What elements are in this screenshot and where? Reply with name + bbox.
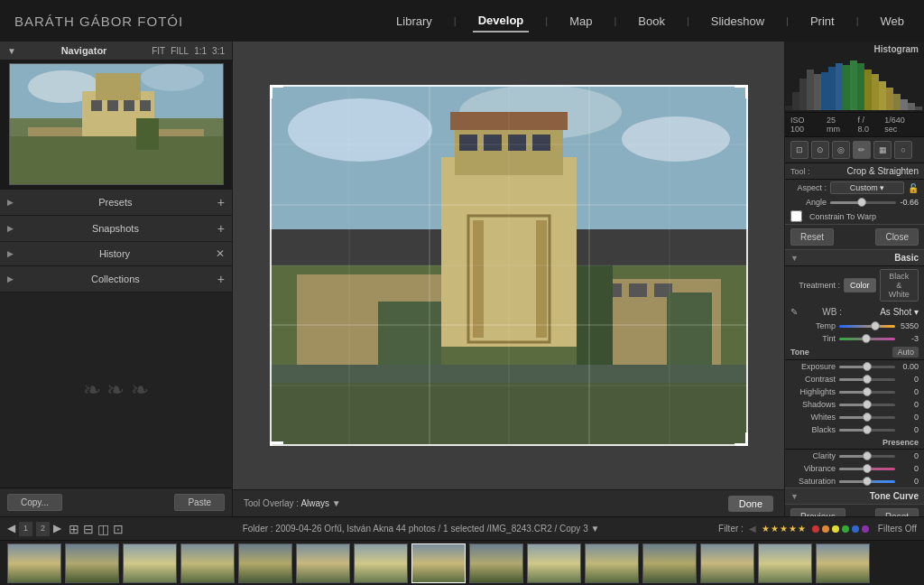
loupe-view-icon[interactable]: ⊟ [83, 522, 94, 536]
nav-develop[interactable]: Develop [473, 10, 530, 32]
reset-tone-curve-button[interactable]: Reset [875, 508, 919, 516]
overlay-value[interactable]: Always [300, 498, 331, 508]
history-header[interactable]: ▶ History ✕ [0, 242, 232, 265]
nav-back-icon[interactable]: ◀ [7, 522, 15, 536]
nav-slideshow[interactable]: Slideshow [706, 11, 770, 32]
filmstrip-thumb-3[interactable] [123, 543, 177, 583]
navigator-thumbnail[interactable] [9, 63, 224, 185]
close-crop-button[interactable]: Close [875, 228, 919, 246]
shadows-label: Shadows [790, 400, 836, 409]
count-text: 44 photos / 1 selected [396, 524, 485, 534]
auto-tone-button[interactable]: Auto [892, 347, 919, 358]
tint-slider[interactable] [839, 338, 895, 340]
filmstrip-thumb-6[interactable] [296, 543, 350, 583]
shadows-slider[interactable] [839, 404, 895, 406]
constrain-warp-checkbox[interactable] [790, 210, 802, 222]
filename-text[interactable]: /IMG_8243.CR2 / Copy 3 ▼ [486, 524, 599, 534]
compare-icon[interactable]: ◫ [97, 522, 109, 536]
grid-view-icon[interactable]: ⊞ [69, 522, 79, 536]
spot-heal-icon[interactable]: ⊙ [811, 141, 829, 159]
redeye-icon[interactable]: ◎ [832, 141, 850, 159]
filmstrip-thumb-7[interactable] [354, 543, 408, 583]
yellow-flag-dot[interactable] [832, 525, 839, 533]
tone-curve-section-header[interactable]: ▼ Tone Curve [785, 488, 924, 504]
history-clear-icon[interactable]: ✕ [216, 247, 225, 260]
paste-button[interactable]: Paste [174, 494, 225, 511]
presets-add-icon[interactable]: + [217, 195, 225, 209]
blue-flag-dot[interactable] [852, 525, 859, 533]
nav-forward-icon[interactable]: ▶ [53, 522, 61, 536]
nav-zoom2[interactable]: 3:1 [212, 46, 225, 56]
crop-tool-icon[interactable]: ⊡ [790, 141, 808, 159]
temp-slider[interactable] [839, 325, 895, 328]
crop-toolbar: Tool Overlay : Always ▼ Done [233, 489, 784, 516]
collections-add-icon[interactable]: + [217, 272, 225, 286]
blacks-slider[interactable] [839, 429, 895, 432]
done-button[interactable]: Done [728, 496, 773, 512]
purple-flag-dot[interactable] [862, 525, 869, 533]
green-flag-dot[interactable] [842, 525, 849, 533]
filmstrip-thumb-12[interactable] [642, 543, 697, 583]
angle-slider[interactable] [830, 201, 896, 204]
orange-flag-dot[interactable] [822, 525, 829, 533]
filmstrip-thumb-11[interactable] [585, 543, 639, 583]
nav-zoom1[interactable]: 1:1 [194, 46, 207, 56]
filmstrip-thumb-13[interactable] [700, 543, 754, 583]
nav-fill[interactable]: FILL [171, 46, 189, 56]
filmstrip-thumb-1[interactable] [7, 543, 61, 583]
filmstrip-thumb-15[interactable] [816, 543, 870, 583]
brush-icon[interactable]: ✏ [853, 141, 871, 159]
filmstrip-thumb-14[interactable] [758, 543, 812, 583]
photo-container [270, 85, 748, 446]
collections-header[interactable]: ▶ Collections + [0, 266, 232, 292]
gradient-icon[interactable]: ▦ [873, 141, 892, 159]
survey-icon[interactable]: ⊡ [113, 522, 124, 536]
radial-icon[interactable]: ○ [894, 141, 912, 159]
filmstrip-thumb-2[interactable] [65, 543, 119, 583]
page-num-2[interactable]: 2 [36, 522, 50, 536]
bw-treatment-button[interactable]: Black & White [880, 269, 919, 302]
svg-rect-70 [872, 74, 879, 110]
presets-header[interactable]: ▶ Presets + [0, 190, 232, 215]
wb-value[interactable]: As Shot ▾ [880, 307, 919, 317]
page-num-1[interactable]: 1 [19, 522, 32, 536]
filmstrip-thumb-4[interactable] [180, 543, 235, 583]
photo-area[interactable] [233, 42, 784, 489]
filmstrip-thumb-9[interactable] [469, 543, 523, 583]
snapshots-add-icon[interactable]: + [217, 221, 225, 236]
red-flag-dot[interactable] [812, 525, 819, 533]
star-filter[interactable]: ★★★★★ [762, 524, 807, 534]
exposure-slider[interactable] [839, 366, 895, 368]
whites-slider[interactable] [839, 416, 895, 419]
clarity-slider[interactable] [839, 455, 895, 458]
temp-label: Temp [790, 321, 836, 330]
snapshots-header[interactable]: ▶ Snapshots + [0, 216, 232, 241]
filmstrip-thumb-10[interactable] [527, 543, 581, 583]
nav-fit[interactable]: FIT [152, 46, 165, 56]
history-section: ▶ History ✕ [0, 242, 232, 266]
svg-rect-13 [136, 118, 159, 150]
nav-library[interactable]: Library [391, 11, 438, 32]
highlights-slider[interactable] [839, 391, 895, 394]
color-treatment-button[interactable]: Color [844, 278, 876, 292]
lock-icon[interactable]: 🔓 [908, 183, 919, 193]
saturation-slider[interactable] [839, 480, 895, 483]
nav-print[interactable]: Print [805, 11, 840, 32]
copy-button[interactable]: Copy... [7, 494, 62, 511]
vibrance-slider[interactable] [839, 468, 895, 470]
nav-book[interactable]: Book [633, 11, 670, 32]
filters-off-label[interactable]: Filters Off [878, 524, 917, 534]
nav-web[interactable]: Web [875, 11, 910, 32]
filter-info: Filter : ◀ ★★★★★ Filters Off [718, 524, 917, 534]
aspect-value[interactable]: Custom ▾ [830, 181, 904, 194]
previous-button[interactable]: Previous [790, 508, 845, 516]
navigator-header[interactable]: ▼ Navigator FIT FILL 1:1 3:1 [0, 42, 232, 60]
filmstrip-thumb-5[interactable] [238, 543, 292, 583]
reset-crop-button[interactable]: Reset [790, 228, 834, 246]
blacks-row: Blacks 0 [785, 423, 924, 436]
contrast-slider[interactable] [839, 378, 895, 381]
nav-map[interactable]: Map [564, 11, 597, 32]
basic-section-header[interactable]: ▼ Basic [785, 249, 924, 266]
wb-dropper-icon[interactable]: ✎ [790, 307, 798, 317]
filmstrip-thumb-8[interactable] [411, 543, 466, 583]
